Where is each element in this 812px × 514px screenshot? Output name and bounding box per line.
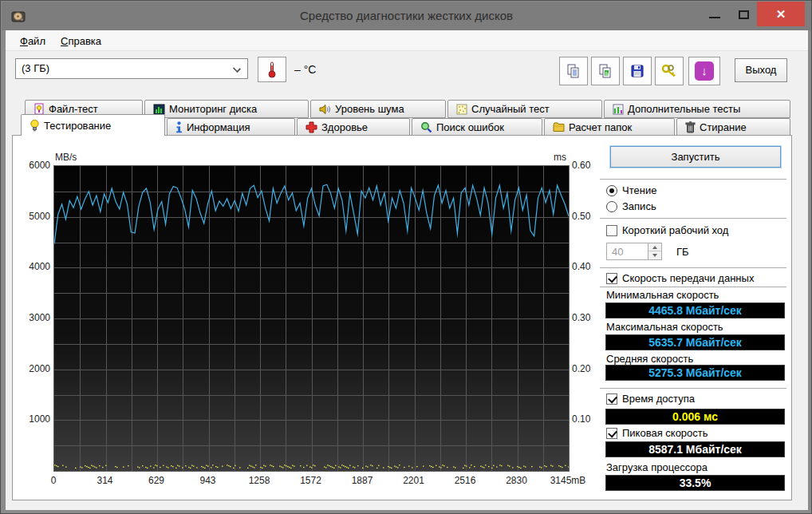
short-stroke-row[interactable]: Короткий рабочий ход [606,224,728,236]
y-left-tick: 5000 [15,211,50,222]
y-left-tick: 3000 [15,312,50,323]
spinner-up-icon[interactable] [648,243,661,251]
title-bar[interactable]: Средство диагностики жестких дисков [2,2,811,30]
copy-icon [566,63,581,79]
y-right-tick: 0.40 [572,261,604,272]
y-right-tick: 0.50 [572,211,604,222]
spinner-down-icon[interactable] [648,251,661,259]
cpu-usage-value: 33.5% [605,475,785,491]
tab-label: Дополнительные тесты [628,103,740,115]
transfer-checkbox-row[interactable]: Скорость передачи данных [606,272,754,284]
x-tick: 314 [80,475,131,486]
exit-button[interactable]: Выход [735,58,787,82]
tab-benchmark-active[interactable]: Тестирование [21,114,165,136]
short-stroke-checkbox[interactable] [606,225,617,236]
left-axis-unit: MB/s [55,152,77,163]
size-spinner-value: 40 [612,246,623,258]
divider [600,218,786,219]
capacity-dropdown-value: (3 ГБ) [22,62,49,74]
write-radio-row[interactable]: Запись [606,200,656,212]
benchmark-chart[interactable] [53,165,570,472]
tab-label: Здоровье [321,121,368,133]
keys-icon [660,63,678,79]
tab-health[interactable]: Здоровье [297,118,410,136]
access-time-value: 0.006 мс [605,409,785,425]
divider [600,287,786,287]
read-radio[interactable] [606,185,617,196]
tab-label: Случайный тест [471,103,550,115]
y-left-tick: 6000 [15,160,50,171]
x-tick: 0 [28,475,79,486]
burst-rate-checkbox[interactable] [606,428,617,439]
trash-icon [685,121,696,133]
burst-rate-row[interactable]: Пиковая скорость [606,427,708,439]
x-tick: 943 [183,475,234,486]
tab-noise-level[interactable]: Уровень шума [310,100,446,118]
close-icon: ✕ [757,2,805,26]
tab-disk-monitor[interactable]: Мониторинг диска [144,100,309,118]
download-button[interactable]: ↓ [688,57,720,85]
options-button[interactable] [655,57,684,85]
transfer-checkbox-label: Скорость передачи данных [622,272,754,284]
benchmark-page: MB/s ms 600050004000300020001000 0.600.5… [12,135,792,500]
tab-label: Файл-тест [49,103,98,115]
read-radio-row[interactable]: Чтение [606,184,656,196]
x-tick: 1572 [286,475,337,486]
burst-rate-label: Пиковая скорость [622,427,708,439]
write-radio[interactable] [606,201,617,212]
divider [600,179,786,180]
save-icon [629,63,645,79]
minimize-button[interactable] [703,6,727,25]
menu-bar: Файл Справка [6,30,808,51]
temperature-button[interactable] [258,57,286,82]
tab-info[interactable]: Информация [167,118,295,136]
tab-folder-usage[interactable]: Расчет папок [544,118,675,136]
maximize-button[interactable] [731,6,755,25]
y-left-tick: 1000 [15,413,50,425]
tab-label: Расчет папок [569,121,632,133]
write-radio-label: Запись [622,200,656,212]
y-left-tick: 4000 [15,261,50,272]
tab-error-scan[interactable]: Поиск ошибок [412,118,542,136]
tab-label: Стирание [700,121,747,133]
access-time-checkbox[interactable] [606,393,617,405]
tab-label: Уровень шума [335,103,404,115]
size-spinner[interactable]: 40 [606,243,662,260]
hard-disk-icon [10,9,26,25]
chevron-down-icon [233,65,241,73]
copy-image-icon [597,63,613,79]
y-right-tick: 0.10 [572,413,604,425]
tab-label: Мониторинг диска [169,103,257,115]
copy-text-button[interactable] [559,57,588,85]
short-stroke-label: Короткий рабочий ход [622,224,728,236]
disk-monitor-icon [153,104,165,115]
min-speed-label: Минимальная скорость [606,289,719,301]
menu-help[interactable]: Справка [56,34,106,49]
max-speed-label: Максимальная скорость [606,321,723,333]
cpu-usage-label: Загрузка процессора [606,461,708,473]
x-tick: 2830 [491,475,542,486]
y-right-tick: 0.30 [572,312,604,323]
tab-label: Тестирование [44,120,111,132]
x-tick: 1258 [234,475,285,486]
thermometer-icon [266,61,278,78]
max-speed-value: 5635.7 Мбайт/сек [605,334,785,350]
access-time-row[interactable]: Время доступа [606,393,695,405]
copy-image-button[interactable] [591,57,620,85]
divider [600,388,786,389]
window-title: Средство диагностики жестких дисков [2,2,811,30]
start-button[interactable]: Запустить [610,146,781,168]
tab-label: Информация [187,121,250,133]
tab-random-test[interactable]: Случайный тест [447,100,602,118]
random-test-icon [456,104,467,115]
save-button[interactable] [623,57,652,85]
x-tick: 2201 [388,475,440,486]
menu-file[interactable]: Файл [15,34,50,49]
capacity-dropdown[interactable]: (3 ГБ) [15,58,248,79]
transfer-checkbox[interactable] [606,273,617,284]
size-unit-label: ГБ [676,246,689,258]
close-button[interactable]: ✕ [757,2,805,26]
tab-erase[interactable]: Стирание [676,118,790,136]
app-window: Средство диагностики жестких дисков ✕ Фа… [0,0,812,514]
tab-extra-tests[interactable]: Дополнительные тесты [604,100,790,118]
